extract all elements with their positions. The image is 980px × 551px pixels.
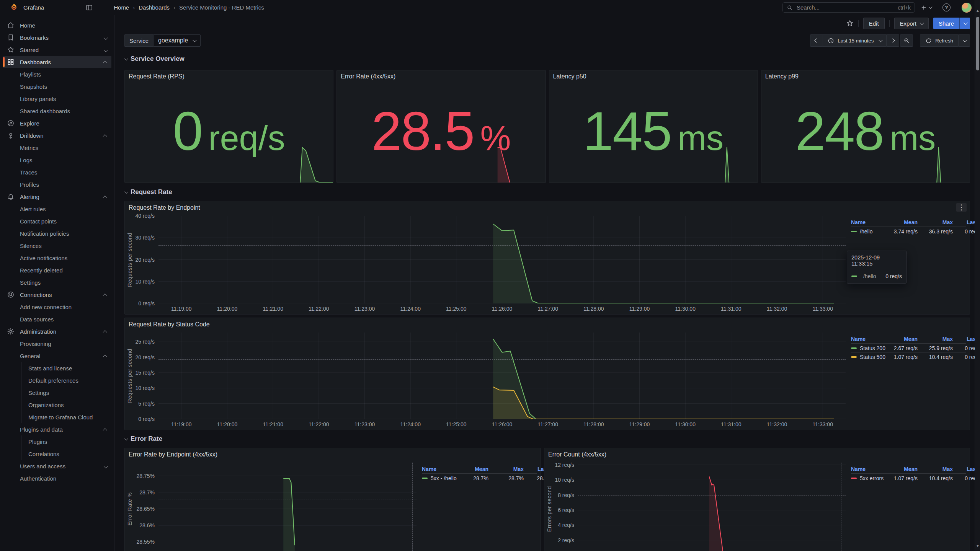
sidebar-item-home[interactable]: Home <box>3 19 111 31</box>
legend-header-name[interactable]: Name <box>851 336 884 342</box>
sidebar-item-contact-points[interactable]: Contact points <box>3 215 111 227</box>
bookmark-icon <box>7 34 15 41</box>
page-scrollbar[interactable]: ▲ ▼ <box>975 0 980 551</box>
sidebar-item-add-new-connection[interactable]: Add new connection <box>3 301 111 313</box>
legend-header-max[interactable]: Max <box>918 336 953 342</box>
plot-area[interactable] <box>158 216 846 303</box>
legend-header-mean[interactable]: Mean <box>884 219 918 225</box>
breadcrumb-separator: › <box>173 4 175 11</box>
sidebar-item-traces[interactable]: Traces <box>3 166 111 178</box>
section-request-rate[interactable]: Request Rate <box>124 188 172 196</box>
dashboard-controls-row: Service goexample Last 15 minutes <box>115 31 975 50</box>
sidebar-item-plugins[interactable]: Plugins <box>21 435 111 448</box>
sidebar-item-administration[interactable]: Administration <box>3 325 111 337</box>
crosshair-line <box>834 333 834 419</box>
clock-icon <box>828 37 834 44</box>
sidebar-item-explore[interactable]: Explore <box>3 117 111 129</box>
legend-header-mean[interactable]: Mean <box>884 466 918 472</box>
y-tick-label: 20 req/s <box>135 354 155 360</box>
sidebar-item-general[interactable]: General <box>3 350 111 362</box>
scroll-up-icon[interactable]: ▲ <box>975 8 980 13</box>
sidebar-item-alert-rules[interactable]: Alert rules <box>3 203 111 215</box>
star-dashboard-button[interactable] <box>846 20 854 27</box>
plot-area[interactable] <box>578 463 846 551</box>
sidebar-item-dashboards[interactable]: Dashboards <box>3 56 111 68</box>
time-range-picker[interactable]: Last 15 minutes <box>823 34 886 47</box>
share-options-button[interactable] <box>959 18 970 29</box>
legend-header-name[interactable]: Name <box>851 219 884 225</box>
sidebar-item-stats-and-license[interactable]: Stats and license <box>21 362 111 374</box>
service-variable-select[interactable]: goexample <box>153 34 201 47</box>
crosshair-line <box>412 463 413 551</box>
search-input[interactable] <box>796 4 895 11</box>
export-button[interactable]: Export <box>894 18 929 29</box>
legend-series-name[interactable]: 5xx - /hello <box>422 475 455 481</box>
time-range-back-button[interactable] <box>810 34 823 47</box>
sidebar-item-starred[interactable]: Starred <box>3 44 111 56</box>
sidebar-item-users-and-access[interactable]: Users and access <box>3 460 111 472</box>
sidebar-item-shared-dashboards[interactable]: Shared dashboards <box>3 105 111 117</box>
chart-canvas <box>578 463 846 551</box>
sidebar-item-playlists[interactable]: Playlists <box>3 68 111 80</box>
panel-error-rate-by-endpoint-4xx-5xx: Error Rate by Endpoint (4xx/5xx)⋮ Error … <box>124 448 541 551</box>
legend-series-name[interactable]: 5xx errors <box>851 475 884 481</box>
sidebar-toggle-icon[interactable] <box>85 4 93 11</box>
add-new-button[interactable] <box>920 4 931 11</box>
section-error-rate[interactable]: Error Rate <box>124 435 162 443</box>
refresh-interval-button[interactable] <box>959 34 970 47</box>
sidebar-item-authentication[interactable]: Authentication <box>3 472 111 484</box>
breadcrumb-home[interactable]: Home <box>114 4 129 11</box>
legend-header-mean[interactable]: Mean <box>884 336 918 342</box>
x-tick-label: 11:30:00 <box>675 306 695 312</box>
sidebar-item-active-notifications[interactable]: Active notifications <box>3 252 111 264</box>
share-button[interactable]: Share <box>933 18 959 29</box>
sidebar-item-profiles[interactable]: Profiles <box>3 178 111 191</box>
sidebar-item-connections[interactable]: Connections <box>3 289 111 301</box>
time-range-forward-button[interactable] <box>886 34 899 47</box>
sidebar-item-notification-policies[interactable]: Notification policies <box>3 227 111 240</box>
sidebar-item-silences[interactable]: Silences <box>3 240 111 252</box>
plot-area[interactable] <box>158 333 846 419</box>
sidebar-item-provisioning[interactable]: Provisioning <box>3 337 111 350</box>
sidebar-item-bookmarks[interactable]: Bookmarks <box>3 31 111 44</box>
edit-button[interactable]: Edit <box>863 18 885 29</box>
user-avatar[interactable] <box>962 3 972 13</box>
sidebar-item-settings[interactable]: Settings <box>3 276 111 289</box>
legend-header-max[interactable]: Max <box>918 219 953 225</box>
sidebar-item-alerting[interactable]: Alerting <box>3 191 111 203</box>
help-icon[interactable]: ? <box>942 3 951 11</box>
legend-header-mean[interactable]: Mean <box>455 466 488 472</box>
sidebar-item-recently-deleted[interactable]: Recently deleted <box>3 264 111 276</box>
breadcrumb-dashboards[interactable]: Dashboards <box>139 4 170 11</box>
sidebar-item-snapshots[interactable]: Snapshots <box>3 80 111 93</box>
sidebar-item-metrics[interactable]: Metrics <box>3 142 111 154</box>
sidebar-item-library-panels[interactable]: Library panels <box>3 93 111 105</box>
panel-menu-icon[interactable]: ⋮ <box>956 203 967 212</box>
sidebar-item-logs[interactable]: Logs <box>3 154 111 166</box>
stat-number: 248 <box>795 104 884 158</box>
legend-header-name[interactable]: Name <box>851 466 884 472</box>
sidebar-item-settings[interactable]: Settings <box>21 386 111 399</box>
refresh-button[interactable]: Refresh <box>920 34 959 47</box>
x-tick-label: 11:20:00 <box>217 306 237 312</box>
legend-header-max[interactable]: Max <box>488 466 524 472</box>
sidebar-item-correlations[interactable]: Correlations <box>21 448 111 460</box>
sidebar-item-migrate-to-grafana-cloud[interactable]: Migrate to Grafana Cloud <box>21 411 111 423</box>
scrollbar-thumb[interactable] <box>976 17 979 70</box>
sidebar-item-drilldown[interactable]: Drilldown <box>3 129 111 142</box>
sidebar-item-data-sources[interactable]: Data sources <box>3 313 111 325</box>
sidebar-item-organizations[interactable]: Organizations <box>21 399 111 411</box>
legend-series-name[interactable]: Status 200 <box>851 345 884 351</box>
scroll-down-icon[interactable]: ▼ <box>975 544 980 548</box>
section-service-overview[interactable]: Service Overview <box>124 55 185 63</box>
legend-header-name[interactable]: Name <box>422 466 455 472</box>
legend-series-name[interactable]: Status 500 <box>851 354 884 360</box>
sidebar-item-plugins-and-data[interactable]: Plugins and data <box>3 423 111 435</box>
sidebar-item-default-preferences[interactable]: Default preferences <box>21 374 111 386</box>
x-tick-label: 11:31:00 <box>721 306 741 312</box>
legend-header-max[interactable]: Max <box>918 466 953 472</box>
search-box[interactable]: ctrl+k <box>782 2 915 13</box>
time-zoom-out-button[interactable] <box>900 34 913 47</box>
legend-series-name[interactable]: /hello <box>851 228 884 235</box>
plot-area[interactable] <box>158 463 416 551</box>
